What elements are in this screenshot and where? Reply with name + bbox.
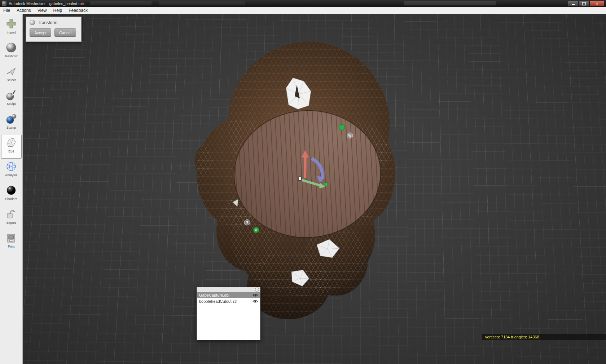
- analysis-icon: [5, 160, 18, 173]
- gizmo-scale-handle-green[interactable]: [324, 183, 328, 186]
- tool-export[interactable]: Export: [1, 206, 22, 230]
- export-icon: [5, 208, 18, 221]
- print-icon: [5, 231, 18, 244]
- app-icon: [2, 1, 6, 6]
- visibility-toggle[interactable]: [252, 293, 258, 297]
- transform-panel-title: Transform: [38, 20, 57, 25]
- gizmo-origin-handle[interactable]: [298, 177, 302, 180]
- transform-panel: Transform Accept Cancel: [26, 17, 82, 42]
- eye-icon: [252, 299, 258, 303]
- tool-meshmix[interactable]: Meshmix: [1, 40, 22, 63]
- eye-icon: [252, 293, 258, 297]
- object-browser-header: ×: [197, 287, 260, 292]
- status-bar: vertices: 7184 triangles: 14368: [482, 334, 606, 340]
- object-name: GabeCapture.obj: [199, 293, 229, 297]
- object-browser-close[interactable]: ×: [255, 288, 259, 292]
- accept-button[interactable]: Accept: [30, 28, 51, 37]
- tool-import[interactable]: Import: [1, 16, 22, 40]
- titlebar-artifact: [90, 1, 152, 5]
- viewport-canvas[interactable]: W S A Transform Accept Cancel: [23, 14, 606, 364]
- object-row-gabecapture[interactable]: GabeCapture.obj: [197, 292, 260, 298]
- titlebar-artifact: [404, 1, 496, 5]
- shaders-icon: [5, 184, 18, 197]
- titlebar-artifact: [159, 1, 245, 5]
- meshmix-icon: [5, 41, 18, 54]
- object-name: bobbleheadCutout.stl: [199, 299, 237, 303]
- object-row-bobbleheadcutout[interactable]: bobbleheadCutout.stl: [197, 298, 260, 304]
- tool-shaders[interactable]: Shaders: [1, 182, 22, 206]
- menubar: File Actions View Help Feedback: [0, 7, 606, 14]
- cancel-button[interactable]: Cancel: [54, 28, 76, 37]
- tool-analysis[interactable]: Analysis: [1, 159, 22, 182]
- badge-a-label: A: [255, 228, 258, 232]
- window-controls: ×: [568, 1, 605, 6]
- transform-panel-header: Transform: [26, 17, 81, 27]
- scene: W S A: [23, 14, 606, 364]
- badge-w-label: W: [348, 134, 352, 137]
- minimize-icon: [572, 4, 575, 5]
- menu-file[interactable]: File: [0, 7, 13, 14]
- tool-select[interactable]: Select: [1, 63, 22, 87]
- menu-help[interactable]: Help: [50, 7, 66, 14]
- object-browser: × GabeCapture.obj bobbleheadCutout.stl: [197, 287, 260, 340]
- tool-sidebar: Import Meshmix Select Sculpt: [0, 14, 23, 364]
- tool-print[interactable]: Print: [1, 230, 22, 254]
- menu-actions[interactable]: Actions: [13, 7, 34, 14]
- tool-sculpt[interactable]: Sculpt: [1, 87, 22, 111]
- stamp-icon: [5, 112, 18, 125]
- sculpt-icon: [5, 89, 18, 102]
- visibility-toggle[interactable]: [252, 299, 258, 303]
- restore-button[interactable]: [579, 1, 589, 6]
- select-icon: [5, 65, 18, 78]
- meshmixer-window: Autodesk Meshmixer - gabelns_healed.mix …: [0, 0, 606, 364]
- minimize-button[interactable]: [568, 1, 578, 6]
- close-icon: ×: [596, 2, 598, 6]
- menu-feedback[interactable]: Feedback: [65, 7, 91, 14]
- menu-view[interactable]: View: [34, 7, 50, 14]
- tool-stamp[interactable]: Stamp: [1, 111, 22, 135]
- titlebar: Autodesk Meshmixer - gabelns_healed.mix …: [0, 0, 606, 7]
- mesh-stats: vertices: 7184 triangles: 14368: [485, 335, 539, 339]
- transform-tool-icon: [30, 20, 35, 25]
- badge-s-label: S: [246, 221, 248, 224]
- close-button[interactable]: ×: [589, 1, 605, 6]
- window-title: Autodesk Meshmixer - gabelns_healed.mix: [9, 1, 84, 6]
- tool-edit[interactable]: Edit: [1, 135, 22, 159]
- import-icon: [5, 17, 18, 30]
- restore-icon: [582, 2, 586, 5]
- badge-green[interactable]: [339, 124, 345, 130]
- edit-icon: [5, 136, 18, 149]
